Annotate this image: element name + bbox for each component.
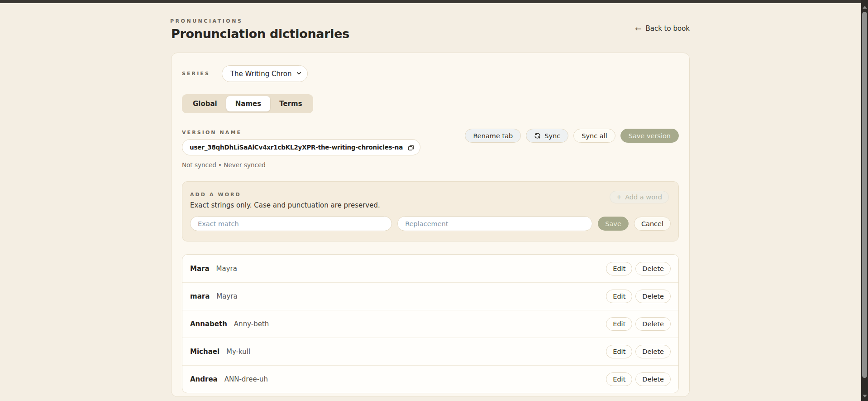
word-term: mara: [190, 292, 210, 300]
word-row: mara Mayra Edit Delete: [182, 282, 678, 310]
edit-word-button[interactable]: Edit: [606, 317, 632, 331]
edit-word-button[interactable]: Edit: [606, 262, 632, 275]
word-list: Mara Mayra Edit Delete mara Mayra Edit D…: [182, 254, 679, 393]
word-row: Michael My-kull Edit Delete: [182, 338, 678, 365]
plus-icon: +: [616, 194, 622, 201]
page-scrollbar[interactable]: [861, 0, 868, 401]
word-term: Annabeth: [190, 320, 227, 328]
word-row-actions: Edit Delete: [606, 372, 671, 386]
back-arrow-icon: ←: [635, 25, 641, 33]
edit-word-button[interactable]: Edit: [606, 290, 632, 303]
word-row: Annabeth Anny-beth Edit Delete: [182, 310, 678, 338]
word-replacement: Mayra: [216, 265, 237, 273]
delete-word-button[interactable]: Delete: [635, 372, 671, 386]
back-link-label: Back to book: [645, 24, 690, 33]
add-word-button[interactable]: + Add a word: [610, 191, 669, 203]
word-replacement: My-kull: [226, 348, 250, 356]
scrollbar-up-arrow-icon[interactable]: [861, 3, 868, 11]
word-row: Andrea ANN-dree-uh Edit Delete: [182, 365, 678, 393]
edit-word-button[interactable]: Edit: [606, 345, 632, 358]
version-name-input[interactable]: [182, 139, 420, 155]
scrollbar-down-arrow-icon[interactable]: [861, 392, 868, 400]
sync-all-button[interactable]: Sync all: [573, 129, 615, 143]
word-term: Andrea: [190, 375, 218, 383]
word-row: Mara Mayra Edit Delete: [182, 255, 678, 282]
add-word-label: ADD A WORD: [190, 192, 671, 198]
add-word-button-label: Add a word: [625, 193, 662, 201]
back-to-book-link[interactable]: ← Back to book: [635, 24, 690, 33]
word-row-actions: Edit Delete: [606, 262, 671, 275]
add-word-panel: ADD A WORD Exact strings only. Case and …: [182, 181, 679, 242]
page-header: PRONUNCIATIONS Pronunciation dictionarie…: [171, 18, 690, 41]
browser-top-strip: [0, 0, 868, 3]
delete-word-button[interactable]: Delete: [635, 317, 671, 331]
word-row-actions: Edit Delete: [606, 317, 671, 331]
tab-global[interactable]: Global: [184, 96, 226, 111]
dictionary-tabs: GlobalNamesTerms: [182, 94, 313, 113]
breadcrumb-eyebrow: PRONUNCIATIONS: [170, 18, 349, 24]
word-term: Michael: [190, 348, 219, 356]
version-section: VERSION NAME Rename tab Sync Sync all Sa…: [182, 130, 679, 169]
add-word-form: Save Cancel: [190, 216, 671, 231]
sync-button[interactable]: Sync: [526, 129, 568, 143]
save-word-button[interactable]: Save: [598, 217, 629, 231]
word-replacement: Mayra: [216, 292, 237, 300]
page-content: PRONUNCIATIONS Pronunciation dictionarie…: [171, 3, 690, 397]
sync-status: Not synced • Never synced: [182, 161, 679, 169]
sync-icon: [534, 132, 541, 139]
word-replacement: Anny-beth: [234, 320, 269, 328]
tab-terms[interactable]: Terms: [270, 96, 311, 111]
add-word-hint: Exact strings only. Case and punctuation…: [190, 201, 671, 209]
series-select[interactable]: The Writing Chronicles: [222, 65, 308, 82]
edit-word-button[interactable]: Edit: [606, 372, 632, 386]
dictionaries-card: SERIES The Writing Chronicles GlobalName…: [171, 53, 690, 397]
word-row-actions: Edit Delete: [606, 345, 671, 358]
delete-word-button[interactable]: Delete: [635, 345, 671, 358]
series-row: SERIES The Writing Chronicles: [182, 65, 679, 82]
series-label: SERIES: [182, 71, 210, 77]
replacement-input[interactable]: [397, 216, 592, 231]
version-actions: Rename tab Sync Sync all Save version: [465, 129, 679, 143]
sync-button-label: Sync: [544, 132, 560, 140]
delete-word-button[interactable]: Delete: [635, 290, 671, 303]
save-version-button[interactable]: Save version: [620, 129, 679, 143]
page-title: Pronunciation dictionaries: [171, 27, 349, 41]
copy-icon: [407, 144, 415, 151]
word-term: Mara: [190, 265, 210, 273]
cancel-word-button[interactable]: Cancel: [634, 217, 671, 231]
word-replacement: ANN-dree-uh: [224, 375, 268, 383]
rename-tab-button[interactable]: Rename tab: [465, 129, 521, 143]
copy-version-button[interactable]: [406, 143, 416, 153]
tab-names[interactable]: Names: [226, 96, 270, 111]
exact-match-input[interactable]: [190, 216, 392, 231]
word-row-actions: Edit Delete: [606, 290, 671, 303]
scrollbar-thumb[interactable]: [862, 12, 867, 378]
delete-word-button[interactable]: Delete: [635, 262, 671, 275]
